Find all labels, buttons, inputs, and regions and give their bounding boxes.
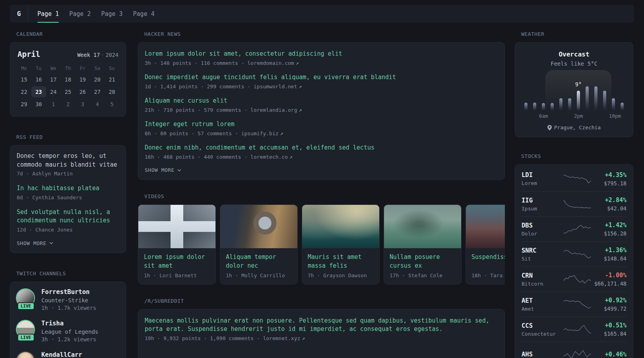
twitch-channel-row[interactable]: LIVETrishaLeague of Legends3h · 1.2k vie…: [17, 320, 119, 342]
weather-bar-fill: [594, 86, 597, 111]
hackernews-item-meta: 16h · 468 points · 440 comments · loremt…: [145, 154, 498, 160]
hackernews-item-title[interactable]: Lorem ipsum dolor sit amet, consectetur …: [145, 50, 495, 58]
rss-show-more-button[interactable]: SHOW MORE: [17, 240, 119, 246]
tab-page-3[interactable]: Page 3: [96, 5, 128, 23]
left-column: CALENDAR April Week 17·2024 MoTuWeThFrSa…: [10, 31, 126, 358]
subreddit-item: Maecenas mollis pulvinar erat non posuer…: [145, 317, 498, 341]
video-meta: 1h · Molly Carrillo: [226, 272, 292, 278]
stock-row[interactable]: CRNBitcorn-1.00%$66,171.48: [522, 267, 627, 292]
video-card[interactable]: Suspendisse diam18h · Tara: [466, 204, 505, 284]
calendar-month: April: [17, 50, 40, 58]
section-label-videos: VIDEOS: [138, 193, 505, 199]
video-card[interactable]: Lorem ipsum dolor sit amet consectetu…1h…: [138, 204, 216, 284]
video-card[interactable]: Mauris sit amet massa felis7h · Grayson …: [302, 204, 380, 284]
stock-values: +0.51%$165.84: [592, 322, 627, 337]
weather-hour-label: [600, 113, 609, 119]
hackernews-item-title[interactable]: Integer eget rutrum lorem: [145, 120, 495, 128]
video-card[interactable]: Nullam posuere cursus ex17h · Stefan Col…: [384, 204, 462, 284]
calendar-day: 1: [46, 99, 61, 110]
twitch-channel-name[interactable]: Trisha: [41, 320, 98, 327]
calendar-day: 19: [75, 74, 90, 85]
right-column: WEATHER Overcast Feels like 5°C 9° 6am2p…: [515, 31, 633, 358]
stock-sparkline-wrap: [563, 198, 592, 210]
calendar-weekday: Mo: [17, 64, 31, 73]
hackernews-item-domain-link[interactable]: loremtech.co: [250, 154, 288, 160]
weather-bar-fill: [568, 98, 571, 111]
twitch-card: LIVEForrestBurtonCounter-Strike1h · 1.7k…: [10, 282, 126, 358]
rss-item-title[interactable]: Donec tempor eros leo, ut commodo mauris…: [17, 152, 119, 169]
chevron-down-icon: [177, 169, 181, 171]
stock-sparkline: [563, 349, 592, 358]
stock-row[interactable]: AETAmet+0.92%$499.72: [522, 292, 627, 317]
video-meta: 18h · Tara: [471, 272, 505, 278]
hackernews-item: Lorem ipsum dolor sit amet, consectetur …: [145, 50, 498, 66]
hackernews-item-meta: 21h · 710 points · 579 comments · loreml…: [145, 107, 498, 113]
stock-sparkline-wrap: [563, 224, 592, 235]
weather-hour-label: 2pm: [574, 113, 583, 119]
app-logo[interactable]: G: [10, 5, 28, 23]
twitch-channel-name[interactable]: KendallCarr: [41, 351, 82, 358]
twitch-channel-name[interactable]: ForrestBurton: [41, 288, 96, 296]
video-title: Mauris sit amet massa felis: [308, 253, 374, 270]
tab-page-1[interactable]: Page 1: [32, 5, 64, 23]
twitch-channel-game: Counter-Strike: [41, 297, 96, 304]
rss-item-title[interactable]: Sed volutpat nulla nisl, a condimentum n…: [17, 208, 119, 225]
video-card[interactable]: Aliquam tempor dolor nec pharetra…1h · M…: [220, 204, 298, 284]
stock-sparkline: [563, 198, 592, 210]
hackernews-item-domain-link[interactable]: ipsumworld.net: [254, 84, 297, 90]
hackernews-item-domain-link[interactable]: loremdomain.com: [247, 60, 294, 66]
stock-name: Dolor: [522, 231, 563, 237]
tab-page-2[interactable]: Page 2: [64, 5, 96, 23]
stock-row[interactable]: DBSDolor+1.42%$156.28: [522, 216, 627, 241]
stock-sparkline: [563, 274, 592, 285]
stock-row[interactable]: IIGIpsum+2.84%$42.04: [522, 191, 627, 216]
external-link-icon: ↗: [297, 107, 302, 113]
calendar-day: 28: [105, 86, 119, 97]
weather-hour-label: [548, 113, 557, 119]
twitch-channel-row[interactable]: LIVEForrestBurtonCounter-Strike1h · 1.7k…: [17, 288, 119, 311]
calendar-day: 24: [46, 86, 61, 97]
subreddit-item-domain-link[interactable]: loremnet.xyz: [263, 335, 300, 341]
stock-row[interactable]: CCSConsectetur+0.51%$165.84: [522, 317, 627, 342]
hackernews-item-domain-link[interactable]: ipsumify.biz: [241, 130, 279, 136]
stock-change: +2.84%: [592, 197, 627, 204]
calendar-day: 17: [46, 74, 61, 85]
rss-item-title[interactable]: In hac habitasse platea: [17, 184, 119, 193]
calendar-separator: ·: [100, 52, 105, 58]
twitch-channel-row[interactable]: KendallCarr: [17, 351, 119, 358]
weather-bar: [530, 74, 539, 111]
weather-feels-like: Feels like 5°C: [522, 60, 627, 67]
weather-bar-fill: [586, 86, 589, 111]
hackernews-item-title[interactable]: Donec imperdiet augue tincidunt felis al…: [145, 73, 495, 82]
section-label-weather: WEATHER: [515, 31, 633, 37]
video-meta: 1h · Lori Barnett: [144, 272, 210, 278]
rss-show-more-button-label: SHOW MORE: [17, 240, 47, 246]
weather-condition: Overcast: [522, 51, 627, 58]
rss-item: Donec tempor eros leo, ut commodo mauris…: [17, 152, 119, 177]
weather-bar: [522, 74, 530, 111]
rss-item-meta: 12d · Chance Jones: [17, 227, 119, 233]
hackernews-item-domain-link[interactable]: loremlandia.org: [250, 107, 297, 113]
weather-bar-chart: 9°: [522, 74, 627, 111]
stock-row[interactable]: AHS+0.46%: [522, 342, 627, 358]
hackernews-item-title[interactable]: Aliquam nec cursus elit: [145, 97, 495, 105]
external-link-icon: ↗: [279, 130, 283, 136]
weather-bar: [600, 74, 609, 111]
hackernews-item: Donec enim nibh, condimentum et accumsan…: [145, 144, 498, 160]
hackernews-item-title[interactable]: Donec enim nibh, condimentum et accumsan…: [145, 144, 495, 152]
weather-bar: [592, 74, 600, 111]
stock-sparkline-wrap: [563, 173, 592, 185]
weather-widget: WEATHER Overcast Feels like 5°C 9° 6am2p…: [515, 31, 633, 137]
subreddit-item-title[interactable]: Maecenas mollis pulvinar erat non posuer…: [145, 317, 495, 333]
weather-hour-label: [522, 113, 530, 119]
stock-sparkline: [563, 324, 592, 335]
stock-row[interactable]: SNRCSit+1.36%$148.64: [522, 241, 627, 267]
stock-row[interactable]: LDILorem+4.35%$795.18: [522, 166, 627, 191]
twitch-channel-meta: 1h · 1.7k viewers: [41, 305, 96, 311]
weather-hour-label: [530, 113, 539, 119]
hackernews-show-more-button[interactable]: SHOW MORE: [145, 167, 498, 173]
stock-sparkline: [563, 249, 592, 260]
tab-page-4[interactable]: Page 4: [128, 5, 160, 23]
calendar-widget: CALENDAR April Week 17·2024 MoTuWeThFrSa…: [10, 31, 126, 117]
hackernews-item-stats: 3h · 148 points · 116 comments ·: [145, 60, 247, 66]
